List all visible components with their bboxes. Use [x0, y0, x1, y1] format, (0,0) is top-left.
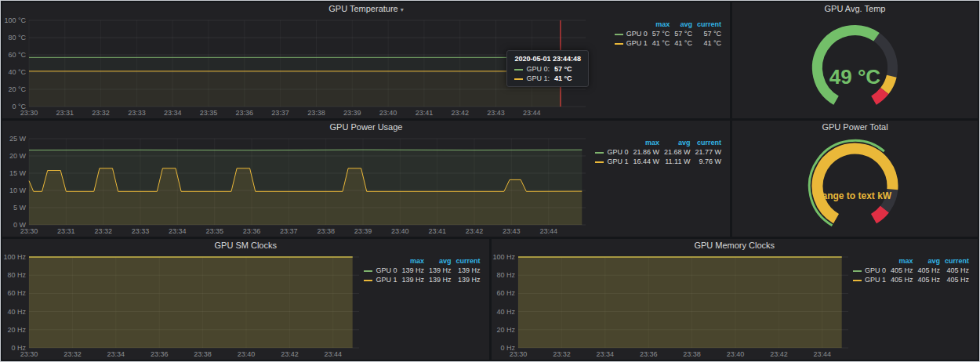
gpu-power-usage-legend[interactable]: maxavgcurrentGPU 021.86 W21.68 W21.77 WG…	[590, 134, 730, 237]
dashboard-grid: GPU Temperature▾ 0 °C20 °C40 °C60 °C80 °…	[1, 1, 979, 361]
svg-text:100 Hz: 100 Hz	[3, 253, 26, 261]
svg-text:23:38: 23:38	[683, 350, 701, 358]
svg-text:23:40: 23:40	[726, 350, 744, 358]
panel-gpu-power-usage: GPU Power Usage 0 W5 W10 W15 W20 W25 W23…	[2, 121, 730, 237]
gpu-sm-clocks-legend[interactable]: maxavgcurrentGPU 0139 Hz139 Hz139 HzGPU …	[364, 252, 489, 360]
gpu-avg-temp-gauge: 49 °C	[732, 16, 978, 118]
gpu-memory-clocks-legend[interactable]: maxavgcurrentGPU 0405 Hz405 Hz405 HzGPU …	[852, 252, 978, 360]
svg-text:23:32: 23:32	[92, 109, 110, 117]
svg-text:23:43: 23:43	[503, 227, 521, 235]
panel-title-gpu-temperature[interactable]: GPU Temperature▾	[2, 2, 730, 16]
svg-text:23:34: 23:34	[169, 227, 187, 235]
svg-text:23:33: 23:33	[132, 227, 150, 235]
svg-text:23:39: 23:39	[343, 109, 361, 117]
grafana-dashboard-window: GPU Temperature▾ 0 °C20 °C40 °C60 °C80 °…	[0, 0, 980, 362]
svg-text:20 Hz: 20 Hz	[496, 326, 515, 334]
panel-title-text: GPU Power Total	[822, 122, 887, 132]
svg-text:23:44: 23:44	[539, 227, 557, 235]
svg-text:23:43: 23:43	[487, 109, 505, 117]
gpu-temperature-chart[interactable]: 0 °C20 °C40 °C60 °C80 °C100 °C23:3023:31…	[2, 16, 590, 118]
svg-text:49 °C: 49 °C	[829, 65, 881, 89]
svg-text:80 °C: 80 °C	[8, 34, 26, 42]
svg-text:20 °C: 20 °C	[8, 85, 26, 93]
svg-text:23:31: 23:31	[57, 227, 75, 235]
gpu-memory-clocks-body: 0 Hz20 Hz40 Hz60 Hz80 Hz100 Hz23:3023:32…	[492, 252, 978, 360]
panel-title-gpu-sm-clocks[interactable]: GPU SM Clocks	[2, 239, 489, 252]
svg-text:23:30: 23:30	[20, 350, 38, 358]
gpu-memory-clocks-chart[interactable]: 0 Hz20 Hz40 Hz60 Hz80 Hz100 Hz23:3023:32…	[492, 252, 853, 360]
tooltip-timestamp: 2020-05-01 23:44:48	[514, 55, 581, 63]
panel-title-text: GPU Power Usage	[330, 122, 403, 132]
panel-title-gpu-avg-temp[interactable]: GPU Avg. Temp	[732, 2, 978, 16]
svg-text:23:41: 23:41	[428, 227, 446, 235]
gpu-power-usage-chart[interactable]: 0 W5 W10 W15 W20 W25 W23:3023:3123:3223:…	[2, 134, 590, 237]
svg-text:23:40: 23:40	[238, 350, 256, 358]
svg-text:23:31: 23:31	[56, 109, 74, 117]
svg-text:23:36: 23:36	[151, 350, 169, 358]
panel-gpu-memory-clocks: GPU Memory Clocks 0 Hz20 Hz40 Hz60 Hz80 …	[492, 239, 978, 360]
gpu-sm-clocks-chart[interactable]: 0 Hz20 Hz40 Hz60 Hz80 Hz100 Hz23:3023:32…	[2, 252, 364, 360]
svg-text:23:34: 23:34	[107, 350, 125, 358]
panel-title-gpu-power-usage[interactable]: GPU Power Usage	[2, 121, 730, 134]
panel-title-text: GPU Avg. Temp	[825, 4, 886, 13]
series-color-dash	[514, 69, 523, 71]
svg-text:23:34: 23:34	[164, 109, 182, 117]
svg-text:23:42: 23:42	[451, 109, 469, 117]
svg-text:60 Hz: 60 Hz	[7, 289, 26, 297]
svg-text:40 Hz: 40 Hz	[496, 308, 515, 316]
svg-text:23:41: 23:41	[416, 109, 434, 117]
panel-gpu-sm-clocks: GPU SM Clocks 0 Hz20 Hz40 Hz60 Hz80 Hz10…	[2, 239, 489, 360]
svg-text:20 W: 20 W	[9, 152, 27, 160]
svg-text:23:39: 23:39	[354, 227, 372, 235]
svg-text:60 Hz: 60 Hz	[496, 289, 515, 297]
svg-text:23:42: 23:42	[770, 350, 788, 358]
svg-text:23:42: 23:42	[281, 350, 299, 358]
svg-text:40 °C: 40 °C	[8, 68, 26, 76]
svg-text:5 W: 5 W	[13, 204, 27, 212]
svg-text:23:37: 23:37	[280, 227, 298, 235]
series-color-dash	[514, 78, 523, 80]
svg-text:23:32: 23:32	[94, 227, 112, 235]
svg-text:100 Hz: 100 Hz	[492, 253, 515, 261]
svg-text:60 °C: 60 °C	[8, 51, 26, 59]
svg-text:23:44: 23:44	[813, 350, 831, 358]
svg-text:23:44: 23:44	[523, 109, 541, 117]
svg-text:23:37: 23:37	[271, 109, 289, 117]
svg-text:23:40: 23:40	[379, 109, 397, 117]
svg-text:20 Hz: 20 Hz	[7, 326, 26, 334]
svg-text:range to text kW: range to text kW	[818, 190, 892, 201]
svg-text:23:34: 23:34	[596, 350, 614, 358]
gpu-sm-clocks-body: 0 Hz20 Hz40 Hz60 Hz80 Hz100 Hz23:3023:32…	[2, 252, 489, 360]
panel-title-text: GPU Temperature	[328, 4, 397, 13]
tooltip-row-gpu0: GPU 0:57 °C	[514, 65, 581, 73]
gpu-power-total-gauge: range to text kW	[732, 134, 978, 237]
panel-gpu-avg-temp: GPU Avg. Temp 49 °C	[732, 2, 978, 118]
panel-title-gpu-power-total[interactable]: GPU Power Total	[732, 121, 978, 134]
panel-title-text: GPU SM Clocks	[215, 241, 277, 250]
gpu-temperature-legend[interactable]: maxavgcurrentGPU 057 °C57 °C57 °CGPU 141…	[590, 16, 730, 118]
panel-gpu-temperature: GPU Temperature▾ 0 °C20 °C40 °C60 °C80 °…	[2, 2, 730, 118]
svg-text:23:30: 23:30	[20, 109, 38, 117]
svg-text:23:42: 23:42	[466, 227, 484, 235]
tooltip-series-value: 57 °C	[554, 65, 572, 73]
svg-text:25 W: 25 W	[9, 135, 27, 143]
svg-text:23:40: 23:40	[391, 227, 409, 235]
svg-text:100 °C: 100 °C	[4, 16, 26, 24]
svg-text:23:36: 23:36	[236, 109, 254, 117]
svg-text:23:32: 23:32	[553, 350, 571, 358]
dashboard-row-2: GPU Power Usage 0 W5 W10 W15 W20 W25 W23…	[2, 121, 978, 237]
tooltip-series-value: 41 °C	[554, 74, 572, 82]
svg-text:80 Hz: 80 Hz	[496, 271, 515, 279]
svg-text:23:35: 23:35	[205, 227, 223, 235]
svg-text:15 W: 15 W	[9, 169, 27, 177]
panel-title-gpu-memory-clocks[interactable]: GPU Memory Clocks	[492, 239, 978, 252]
svg-text:23:35: 23:35	[200, 109, 218, 117]
svg-text:40 Hz: 40 Hz	[7, 308, 26, 316]
svg-text:23:38: 23:38	[317, 227, 335, 235]
svg-text:23:30: 23:30	[509, 350, 527, 358]
svg-text:80 Hz: 80 Hz	[7, 271, 26, 279]
chevron-down-icon[interactable]: ▾	[401, 6, 404, 13]
dashboard-row-1: GPU Temperature▾ 0 °C20 °C40 °C60 °C80 °…	[2, 2, 978, 118]
svg-text:10 W: 10 W	[9, 186, 27, 194]
gpu-temperature-body: 0 °C20 °C40 °C60 °C80 °C100 °C23:3023:31…	[2, 16, 730, 118]
